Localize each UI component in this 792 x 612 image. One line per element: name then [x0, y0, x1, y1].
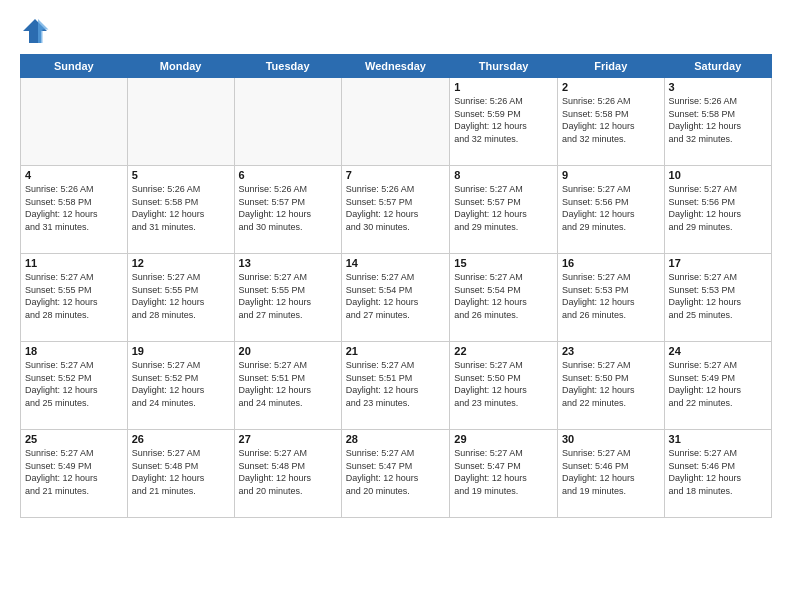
- day-info: Sunrise: 5:27 AM Sunset: 5:46 PM Dayligh…: [669, 447, 767, 497]
- day-number: 10: [669, 169, 767, 181]
- table-row: [234, 78, 341, 166]
- table-row: 28Sunrise: 5:27 AM Sunset: 5:47 PM Dayli…: [341, 430, 450, 518]
- day-info: Sunrise: 5:27 AM Sunset: 5:52 PM Dayligh…: [25, 359, 123, 409]
- col-thursday: Thursday: [450, 55, 558, 78]
- table-row: [127, 78, 234, 166]
- calendar-week-row: 1Sunrise: 5:26 AM Sunset: 5:59 PM Daylig…: [21, 78, 772, 166]
- table-row: [341, 78, 450, 166]
- calendar-week-row: 4Sunrise: 5:26 AM Sunset: 5:58 PM Daylig…: [21, 166, 772, 254]
- day-number: 30: [562, 433, 660, 445]
- table-row: 21Sunrise: 5:27 AM Sunset: 5:51 PM Dayli…: [341, 342, 450, 430]
- calendar-week-row: 25Sunrise: 5:27 AM Sunset: 5:49 PM Dayli…: [21, 430, 772, 518]
- day-number: 2: [562, 81, 660, 93]
- day-number: 11: [25, 257, 123, 269]
- col-wednesday: Wednesday: [341, 55, 450, 78]
- logo: [20, 16, 54, 46]
- day-info: Sunrise: 5:26 AM Sunset: 5:58 PM Dayligh…: [25, 183, 123, 233]
- col-sunday: Sunday: [21, 55, 128, 78]
- day-info: Sunrise: 5:27 AM Sunset: 5:51 PM Dayligh…: [346, 359, 446, 409]
- day-info: Sunrise: 5:27 AM Sunset: 5:54 PM Dayligh…: [346, 271, 446, 321]
- table-row: 23Sunrise: 5:27 AM Sunset: 5:50 PM Dayli…: [557, 342, 664, 430]
- table-row: 25Sunrise: 5:27 AM Sunset: 5:49 PM Dayli…: [21, 430, 128, 518]
- table-row: 27Sunrise: 5:27 AM Sunset: 5:48 PM Dayli…: [234, 430, 341, 518]
- day-number: 28: [346, 433, 446, 445]
- day-info: Sunrise: 5:27 AM Sunset: 5:48 PM Dayligh…: [132, 447, 230, 497]
- day-number: 1: [454, 81, 553, 93]
- day-info: Sunrise: 5:27 AM Sunset: 5:47 PM Dayligh…: [454, 447, 553, 497]
- col-friday: Friday: [557, 55, 664, 78]
- day-number: 29: [454, 433, 553, 445]
- day-info: Sunrise: 5:26 AM Sunset: 5:58 PM Dayligh…: [132, 183, 230, 233]
- day-info: Sunrise: 5:27 AM Sunset: 5:50 PM Dayligh…: [562, 359, 660, 409]
- day-number: 17: [669, 257, 767, 269]
- day-info: Sunrise: 5:27 AM Sunset: 5:46 PM Dayligh…: [562, 447, 660, 497]
- table-row: 13Sunrise: 5:27 AM Sunset: 5:55 PM Dayli…: [234, 254, 341, 342]
- table-row: [21, 78, 128, 166]
- table-row: 11Sunrise: 5:27 AM Sunset: 5:55 PM Dayli…: [21, 254, 128, 342]
- day-number: 8: [454, 169, 553, 181]
- day-number: 14: [346, 257, 446, 269]
- table-row: 7Sunrise: 5:26 AM Sunset: 5:57 PM Daylig…: [341, 166, 450, 254]
- day-info: Sunrise: 5:26 AM Sunset: 5:58 PM Dayligh…: [669, 95, 767, 145]
- table-row: 29Sunrise: 5:27 AM Sunset: 5:47 PM Dayli…: [450, 430, 558, 518]
- day-number: 23: [562, 345, 660, 357]
- day-number: 31: [669, 433, 767, 445]
- day-number: 27: [239, 433, 337, 445]
- day-info: Sunrise: 5:26 AM Sunset: 5:58 PM Dayligh…: [562, 95, 660, 145]
- day-number: 20: [239, 345, 337, 357]
- day-info: Sunrise: 5:27 AM Sunset: 5:49 PM Dayligh…: [25, 447, 123, 497]
- table-row: 5Sunrise: 5:26 AM Sunset: 5:58 PM Daylig…: [127, 166, 234, 254]
- table-row: 31Sunrise: 5:27 AM Sunset: 5:46 PM Dayli…: [664, 430, 771, 518]
- day-number: 4: [25, 169, 123, 181]
- day-info: Sunrise: 5:27 AM Sunset: 5:50 PM Dayligh…: [454, 359, 553, 409]
- table-row: 8Sunrise: 5:27 AM Sunset: 5:57 PM Daylig…: [450, 166, 558, 254]
- day-number: 25: [25, 433, 123, 445]
- table-row: 18Sunrise: 5:27 AM Sunset: 5:52 PM Dayli…: [21, 342, 128, 430]
- day-number: 19: [132, 345, 230, 357]
- day-info: Sunrise: 5:27 AM Sunset: 5:51 PM Dayligh…: [239, 359, 337, 409]
- table-row: 30Sunrise: 5:27 AM Sunset: 5:46 PM Dayli…: [557, 430, 664, 518]
- day-number: 5: [132, 169, 230, 181]
- day-info: Sunrise: 5:26 AM Sunset: 5:59 PM Dayligh…: [454, 95, 553, 145]
- col-monday: Monday: [127, 55, 234, 78]
- table-row: 26Sunrise: 5:27 AM Sunset: 5:48 PM Dayli…: [127, 430, 234, 518]
- day-info: Sunrise: 5:27 AM Sunset: 5:49 PM Dayligh…: [669, 359, 767, 409]
- table-row: 17Sunrise: 5:27 AM Sunset: 5:53 PM Dayli…: [664, 254, 771, 342]
- table-row: 9Sunrise: 5:27 AM Sunset: 5:56 PM Daylig…: [557, 166, 664, 254]
- day-number: 6: [239, 169, 337, 181]
- day-info: Sunrise: 5:27 AM Sunset: 5:53 PM Dayligh…: [562, 271, 660, 321]
- day-number: 13: [239, 257, 337, 269]
- day-info: Sunrise: 5:26 AM Sunset: 5:57 PM Dayligh…: [239, 183, 337, 233]
- table-row: 10Sunrise: 5:27 AM Sunset: 5:56 PM Dayli…: [664, 166, 771, 254]
- table-row: 2Sunrise: 5:26 AM Sunset: 5:58 PM Daylig…: [557, 78, 664, 166]
- day-info: Sunrise: 5:27 AM Sunset: 5:57 PM Dayligh…: [454, 183, 553, 233]
- table-row: 24Sunrise: 5:27 AM Sunset: 5:49 PM Dayli…: [664, 342, 771, 430]
- day-info: Sunrise: 5:27 AM Sunset: 5:56 PM Dayligh…: [562, 183, 660, 233]
- header: [20, 16, 772, 46]
- day-number: 16: [562, 257, 660, 269]
- col-saturday: Saturday: [664, 55, 771, 78]
- svg-marker-0: [23, 19, 47, 43]
- day-number: 18: [25, 345, 123, 357]
- day-number: 3: [669, 81, 767, 93]
- day-info: Sunrise: 5:26 AM Sunset: 5:57 PM Dayligh…: [346, 183, 446, 233]
- day-info: Sunrise: 5:27 AM Sunset: 5:55 PM Dayligh…: [25, 271, 123, 321]
- table-row: 6Sunrise: 5:26 AM Sunset: 5:57 PM Daylig…: [234, 166, 341, 254]
- day-number: 15: [454, 257, 553, 269]
- day-info: Sunrise: 5:27 AM Sunset: 5:48 PM Dayligh…: [239, 447, 337, 497]
- calendar-table: Sunday Monday Tuesday Wednesday Thursday…: [20, 54, 772, 518]
- day-info: Sunrise: 5:27 AM Sunset: 5:53 PM Dayligh…: [669, 271, 767, 321]
- day-info: Sunrise: 5:27 AM Sunset: 5:54 PM Dayligh…: [454, 271, 553, 321]
- table-row: 4Sunrise: 5:26 AM Sunset: 5:58 PM Daylig…: [21, 166, 128, 254]
- day-number: 7: [346, 169, 446, 181]
- day-number: 26: [132, 433, 230, 445]
- day-number: 24: [669, 345, 767, 357]
- table-row: 12Sunrise: 5:27 AM Sunset: 5:55 PM Dayli…: [127, 254, 234, 342]
- page: Sunday Monday Tuesday Wednesday Thursday…: [0, 0, 792, 612]
- day-number: 22: [454, 345, 553, 357]
- table-row: 14Sunrise: 5:27 AM Sunset: 5:54 PM Dayli…: [341, 254, 450, 342]
- table-row: 16Sunrise: 5:27 AM Sunset: 5:53 PM Dayli…: [557, 254, 664, 342]
- table-row: 3Sunrise: 5:26 AM Sunset: 5:58 PM Daylig…: [664, 78, 771, 166]
- day-info: Sunrise: 5:27 AM Sunset: 5:52 PM Dayligh…: [132, 359, 230, 409]
- day-number: 21: [346, 345, 446, 357]
